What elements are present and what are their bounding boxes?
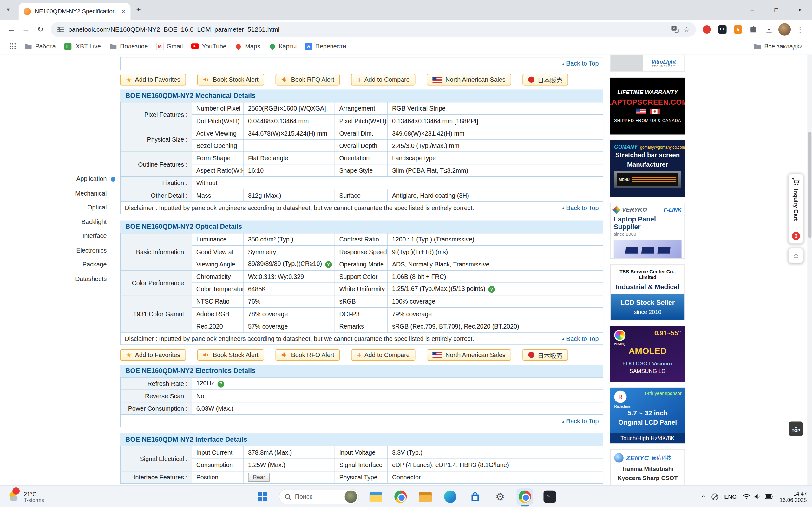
sidebar-item-electronics[interactable]: Electronics bbox=[20, 243, 107, 258]
language-indicator[interactable]: ENG bbox=[724, 494, 737, 500]
edge-icon[interactable] bbox=[442, 488, 458, 505]
file-explorer-icon[interactable] bbox=[367, 488, 384, 505]
start-button[interactable] bbox=[254, 488, 270, 505]
sidebar-item-mechanical[interactable]: Mechanical bbox=[20, 187, 107, 201]
browser-menu-icon[interactable]: ⋮ bbox=[794, 23, 806, 36]
forward-button[interactable]: → bbox=[19, 22, 33, 37]
bookmark-folder-poleznoe[interactable]: Полезное bbox=[105, 41, 152, 52]
bookmark-ixbt-live[interactable]: L iXBT Live bbox=[60, 41, 105, 52]
richshine-logo-icon: R bbox=[614, 391, 626, 403]
ad-richshine[interactable]: 14th year sponsor R Richshine 5.7 ~ 32 i… bbox=[610, 388, 685, 443]
back-to-top-link[interactable]: ▴Back to Top bbox=[562, 418, 599, 425]
japan-sales-button[interactable]: 日本販売 bbox=[522, 74, 568, 85]
terminal-icon[interactable]: >_ bbox=[542, 488, 558, 505]
favorites-widget[interactable]: ☆ bbox=[788, 248, 804, 263]
book-stock-alert-button[interactable]: Book Stock Alert bbox=[197, 74, 264, 85]
book-stock-alert-button[interactable]: Book Stock Alert bbox=[197, 349, 264, 360]
apps-grid-icon[interactable] bbox=[5, 42, 20, 51]
close-button[interactable]: × bbox=[788, 0, 812, 20]
store-icon[interactable] bbox=[467, 488, 484, 505]
browser-tab[interactable]: NE160QDM-NY2 Specification × bbox=[19, 3, 131, 20]
extension-icon-orange[interactable]: ★ bbox=[732, 23, 744, 36]
maximize-button[interactable]: □ bbox=[764, 0, 788, 20]
ad-veryko[interactable]: VERYKO F-LINK Laptop Panel Supplier sinc… bbox=[610, 203, 685, 259]
sidebar-item-backlight[interactable]: Backlight bbox=[20, 215, 107, 229]
reload-button[interactable]: ↻ bbox=[33, 22, 48, 37]
north-american-sales-button[interactable]: North American Sales bbox=[426, 349, 511, 360]
north-american-sales-button[interactable]: North American Sales bbox=[426, 74, 511, 85]
value-cell: 2560(RGB)×1600 [WQXGA] bbox=[244, 102, 335, 114]
page-content: Application Mechanical Optical Backlight… bbox=[0, 54, 812, 485]
add-to-favorites-button[interactable]: ★Add to Favorites bbox=[120, 74, 186, 85]
help-icon[interactable]: ? bbox=[217, 381, 224, 387]
translate-icon[interactable]: A bbox=[671, 25, 679, 33]
add-to-favorites-button[interactable]: ★Add to Favorites bbox=[120, 349, 186, 360]
bookmark-folder-rabota[interactable]: Работа bbox=[20, 41, 60, 52]
tab-search-icon[interactable]: ▾ bbox=[7, 6, 9, 13]
sidebar-item-interface[interactable]: Interface bbox=[20, 229, 107, 243]
extension-icon-red[interactable] bbox=[701, 23, 713, 36]
sidebar-item-datasheets[interactable]: Datasheets bbox=[20, 272, 107, 286]
extensions-puzzle-icon[interactable] bbox=[747, 23, 760, 36]
weather-widget[interactable]: 1 21°C T-storms bbox=[3, 486, 48, 507]
bookmark-youtube[interactable]: YouTube bbox=[187, 41, 230, 52]
translate-bookmark-icon: A bbox=[305, 43, 312, 50]
back-to-top-link[interactable]: ▴Back to Top bbox=[562, 204, 599, 211]
date-label: 16.06.2025 bbox=[780, 497, 807, 503]
back-to-top-link[interactable]: ▴Back to Top bbox=[562, 60, 599, 67]
taskbar-search-input[interactable]: Поиск bbox=[279, 489, 359, 504]
downloads-icon[interactable] bbox=[763, 23, 775, 36]
sidebar-item-package[interactable]: Package bbox=[20, 258, 107, 272]
browser-profile-icon[interactable] bbox=[392, 488, 409, 505]
ad-tss[interactable]: TSS Service Center Co., Limited Industri… bbox=[610, 264, 685, 320]
add-to-compare-button[interactable]: +Add to Compare bbox=[351, 349, 415, 360]
folder-icon[interactable] bbox=[417, 488, 434, 505]
page-scrollbar[interactable] bbox=[807, 54, 812, 485]
minimize-button[interactable]: – bbox=[741, 0, 764, 20]
address-bar[interactable]: panelook.com/NE160QDM-NY2_BOE_16.0_LCM_p… bbox=[51, 22, 696, 37]
bookmark-gmail[interactable]: M Gmail bbox=[152, 41, 187, 52]
ad-gomany[interactable]: GOMANY gomany@gomanylcd.com Stretched ba… bbox=[610, 140, 685, 197]
clock-widget[interactable]: 14:47 16.06.2025 bbox=[780, 491, 807, 503]
time-label: 14:47 bbox=[780, 491, 807, 497]
tab-close-icon[interactable]: × bbox=[121, 8, 125, 15]
inquiry-cart-widget[interactable]: Inquiry Cart 0 bbox=[788, 173, 804, 244]
add-to-compare-button[interactable]: +Add to Compare bbox=[351, 74, 415, 85]
scroll-to-top-button[interactable]: ▲ TOP bbox=[789, 422, 803, 436]
sidebar-item-optical[interactable]: Optical bbox=[20, 201, 107, 215]
help-icon[interactable]: ? bbox=[489, 286, 495, 292]
book-rfq-alert-button[interactable]: Book RFQ Alert bbox=[275, 349, 340, 360]
tray-expand-icon[interactable]: ^ bbox=[702, 494, 705, 500]
bookmark-star-icon[interactable]: ☆ bbox=[683, 25, 690, 33]
ads-column: VitroLight TECHNOLOGY LIFETIME WARRANTY … bbox=[610, 54, 685, 485]
sidebar-item-application[interactable]: Application bbox=[20, 172, 107, 187]
bookmark-karty[interactable]: Карты bbox=[264, 41, 301, 52]
ad-vitrolight[interactable]: VitroLight TECHNOLOGY bbox=[610, 54, 685, 72]
help-icon[interactable]: ? bbox=[325, 261, 332, 268]
attr-cell: Dot Pitch(W×H) bbox=[192, 115, 244, 127]
profile-avatar[interactable] bbox=[778, 23, 791, 36]
back-button[interactable]: ← bbox=[4, 22, 19, 37]
do-not-disturb-icon[interactable] bbox=[711, 493, 718, 500]
bookmark-maps[interactable]: Maps bbox=[231, 41, 264, 52]
url-text[interactable]: panelook.com/NE160QDM-NY2_BOE_16.0_LCM_p… bbox=[68, 26, 667, 33]
all-bookmarks-button[interactable]: Все закладки bbox=[749, 41, 807, 52]
ad-laptopscreen[interactable]: LIFETIME WARRANTY LAPTOPSCREEN.COM SHIPP… bbox=[610, 78, 685, 135]
book-rfq-alert-button[interactable]: Book RFQ Alert bbox=[275, 74, 340, 85]
row-group-label: 1931 Color Gamut : bbox=[120, 295, 192, 332]
rear-position-button[interactable]: Rear bbox=[248, 472, 270, 482]
chrome-icon-active[interactable] bbox=[517, 488, 533, 505]
ad-zenyc[interactable]: ZENYC 臻佑科技 Tianma Mitsubishi Kyocera Sha… bbox=[610, 449, 685, 485]
ad-heijing-amoled[interactable]: HeiJing 0.91~55" AMOLED EDO CSOT Visiono… bbox=[610, 326, 685, 382]
japan-sales-button[interactable]: 日本販売 bbox=[522, 349, 568, 360]
value-cell: 6.03W (Max.) bbox=[192, 402, 603, 414]
settings-icon[interactable]: ⚙ bbox=[492, 488, 508, 505]
new-tab-button[interactable]: + bbox=[136, 5, 141, 14]
bookmark-perevesti[interactable]: A Перевести bbox=[301, 41, 350, 52]
extension-icon-lt[interactable]: LT bbox=[716, 23, 728, 36]
attr-cell: Viewing Angle bbox=[192, 258, 244, 270]
system-tray-status[interactable] bbox=[743, 494, 773, 500]
back-to-top-link[interactable]: ▴Back to Top bbox=[562, 335, 599, 342]
site-settings-icon[interactable] bbox=[57, 26, 64, 33]
scrollbar-thumb[interactable] bbox=[808, 132, 811, 238]
